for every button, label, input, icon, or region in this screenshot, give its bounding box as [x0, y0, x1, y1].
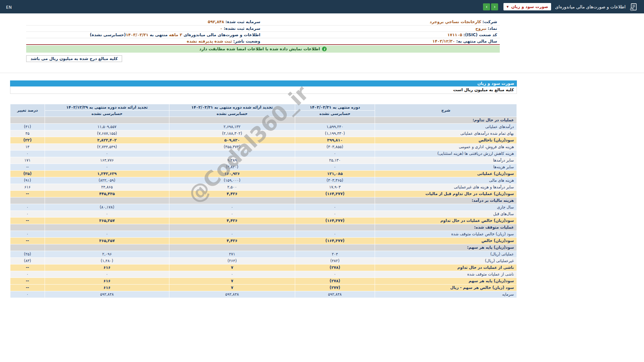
table-header-row: شرح دوره منتهی به ۱۴۰۳/۰۳/۳۱ تجدید ارائه… [10, 104, 517, 110]
row-label: هزینه مالیات بر درآمد: [375, 197, 517, 204]
isic-value: ۱۷۱۱۰۵ [447, 33, 462, 37]
value-cell: (۱۶۴,۳۷۷) [295, 217, 375, 224]
value-cell: ۲,۵۰۰ [169, 184, 295, 190]
table-row: سایر درآمدها و هزینه های غیرعملیاتی۱۷,۹۰… [10, 184, 517, 190]
report-icon[interactable] [630, 3, 638, 11]
value-cell: (۲۵) [10, 251, 45, 257]
row-label: سال‌های قبل [375, 210, 517, 217]
unregistered-capital-cell: سرمایه ثبت نشده: ۰ [26, 25, 263, 32]
row-label: بهای تمام شده درآمدهای عملیاتی [375, 130, 517, 137]
section-cell [295, 197, 375, 204]
unregistered-capital-value: ۰ [220, 26, 222, 31]
table-row: سود(زیان) عملیاتی۱۲۱,۰۸۵۱۶۰,۹۲۶۱,۲۴۲,۶۲۹… [10, 170, 517, 177]
value-cell: ۰ [295, 210, 375, 217]
value-cell: ۱,۲۴۲,۶۲۹ [45, 170, 169, 177]
value-cell: ۱۴ [10, 143, 45, 150]
info-row: سال مالی منتهی به: ۱۴۰۳/۱۲/۳۰ وضعیت ناشر… [26, 38, 500, 45]
row-label: سود(زیان) عملیاتی [375, 170, 517, 177]
value-cell: ۶۱۶ [45, 284, 169, 291]
registered-capital-label: سرمایه ثبت شده: [225, 19, 260, 24]
unit-note-row: کلیه مبالغ درج شده به میلیون ریال می باش… [26, 55, 500, 62]
value-cell: ۰ [45, 210, 169, 217]
next-period-button[interactable]: › [483, 3, 490, 10]
prev-period-button[interactable]: ‹ [491, 3, 498, 10]
income-statement-table: شرح دوره منتهی به ۱۴۰۳/۰۳/۳۱ تجدید ارائه… [10, 104, 517, 298]
fiscal-year-cell: سال مالی منتهی به: ۱۴۰۳/۱۲/۳۰ [263, 38, 500, 45]
table-row: سال جاری۰۰(۸۰,۱۷۸)۰ [10, 204, 517, 210]
value-cell: (۸۰,۱۷۸) [45, 204, 169, 210]
table-row: سود (زیان) خالص هر سهم - ریال(۲۷۷)۷۶۱۶-- [10, 284, 517, 291]
value-cell: (۷,۶۸۷,۱۵۵) [45, 130, 169, 137]
row-label: عملیات در حال تداوم: [375, 117, 517, 123]
company-info-section: شرکت: کارخانجات نساجي بروجرد سرمایه ثبت … [26, 19, 500, 45]
period-mid: منتهی به [148, 33, 167, 37]
value-cell: -- [10, 278, 45, 284]
value-cell: ۵۰۹,۸۳۰ [169, 137, 295, 143]
row-label: هزینه های فروش، اداری و عمومی [375, 143, 517, 150]
row-label: ناشی از عملیات متوقف شده [375, 271, 517, 278]
value-cell: ۴,۴۲۶ [169, 237, 295, 244]
section-cell [169, 244, 295, 251]
row-label: هزینه کاهش ارزش دریافتنی ها (هزینه استثن… [375, 150, 517, 157]
row-label: سود(زیان) ناخالص [375, 137, 517, 143]
value-cell: ۶۱۶ [45, 278, 169, 284]
value-cell: ۴,۴۲۶ [169, 190, 295, 197]
fiscal-year-label: سال مالی منتهی به: [456, 39, 497, 44]
company-value: کارخانجات نساجي بروجرد [430, 19, 481, 24]
value-cell: ۴۵ [10, 130, 45, 137]
statement-unit-note: کلیه مبالغ به میلیون ریال است [10, 86, 517, 94]
value-cell: (۳۵۵,۳۷۳) [169, 143, 295, 150]
value-cell: (۲,۷۴۴,۵۴۹) [45, 143, 169, 150]
value-cell: ۷ [169, 264, 295, 271]
info-row: کد صنعت (ISIC): ۱۷۱۱۰۵ اطلاعات و صورت‌ها… [26, 32, 500, 38]
value-cell: (۸۲۲,۰۵۹) [45, 177, 169, 184]
value-cell: ۵۹۲,۸۴۸ [45, 291, 169, 298]
info-row: شرکت: کارخانجات نساجي بروجرد سرمایه ثبت … [26, 19, 500, 25]
section-divider [0, 73, 644, 73]
value-cell: ۱۷,۹۰۳ [295, 184, 375, 190]
table-row: سود(زیان) خالص(۱۶۴,۳۷۷)۴,۴۲۶۳۶۵,۲۵۷-- [10, 237, 517, 244]
language-toggle-en[interactable]: EN [6, 5, 12, 10]
section-cell [295, 244, 375, 251]
value-cell: ۰ [295, 271, 375, 278]
col-header-change-percent: درصد تغییر [10, 104, 45, 117]
value-cell: (۴۸۲) [295, 257, 375, 264]
table-row: سود(زیان) عملیات در حال تداوم قبل از مال… [10, 190, 517, 197]
col-subheader-year-unaudited: حسابرسی نشده [45, 110, 169, 117]
table-row: سال‌های قبل۰۰۰۰ [10, 210, 517, 217]
value-cell: ۴,۴۲۶ [169, 217, 295, 224]
statement-type-dropdown[interactable]: صورت سود و زیان ▼ [503, 3, 551, 10]
value-cell: ۲۵,۱۳۰ [295, 157, 375, 164]
row-label: غیرعملیاتی (ریال) [375, 257, 517, 264]
value-cell: ۲۰۴ [295, 251, 375, 257]
value-cell: ۱,۵۹۹,۲۴۰ [295, 123, 375, 130]
unregistered-capital-label: سرمایه ثبت نشده: [224, 26, 260, 31]
statement-body: عملیات در حال تداوم:درآمدهای عملیاتی۱,۵۹… [10, 117, 517, 298]
value-cell: ۳۶۵,۲۵۷ [45, 217, 169, 224]
info-row: نماد: نبروج سرمایه ثبت نشده: ۰ [26, 25, 500, 32]
value-cell: (۱۶۴,۳۷۷) [295, 237, 375, 244]
value-cell: ۱۷۱ [10, 157, 45, 164]
value-cell: ۰ [45, 150, 169, 157]
value-cell: (۲,۱۸۸,۳۰۲) [169, 130, 295, 137]
section-cell [45, 197, 169, 204]
section-row: عملیات متوقف شده: [10, 224, 517, 231]
registered-capital-value: ۵۹۲,۸۴۸ [208, 19, 224, 24]
row-label: سود(زیان) خالص [375, 237, 517, 244]
row-label: سود(زیان) خالص عملیات در حال تداوم [375, 217, 517, 224]
value-cell: (۲۷۷) [295, 284, 375, 291]
table-row: سایر درآمدها۲۵,۱۳۰۹,۲۸۹۱۶۴,۷۷۶۱۷۱ [10, 157, 517, 164]
value-cell: -- [10, 217, 45, 224]
value-cell: ۱۲۱,۰۸۵ [295, 170, 375, 177]
section-row: عملیات در حال تداوم: [10, 117, 517, 123]
value-cell: (۹۱) [10, 177, 45, 184]
value-cell: ۶۱۶ [45, 264, 169, 271]
table-row: هزینه های مالی(۳۰۳,۳۶۵)(۱۵۹,۰۰۰)(۸۲۲,۰۵۹… [10, 177, 517, 184]
value-cell: (۱۵۹,۰۰۰) [169, 177, 295, 184]
value-cell: ۳,۸۲۲,۴۰۲ [45, 137, 169, 143]
section-cell [10, 117, 45, 123]
statement-type-value: صورت سود و زیان [511, 4, 548, 9]
value-cell: ۰ [10, 231, 45, 237]
row-label: سرمایه [375, 291, 517, 298]
col-subheader-prior-unaudited: حسابرسی نشده [169, 110, 295, 117]
